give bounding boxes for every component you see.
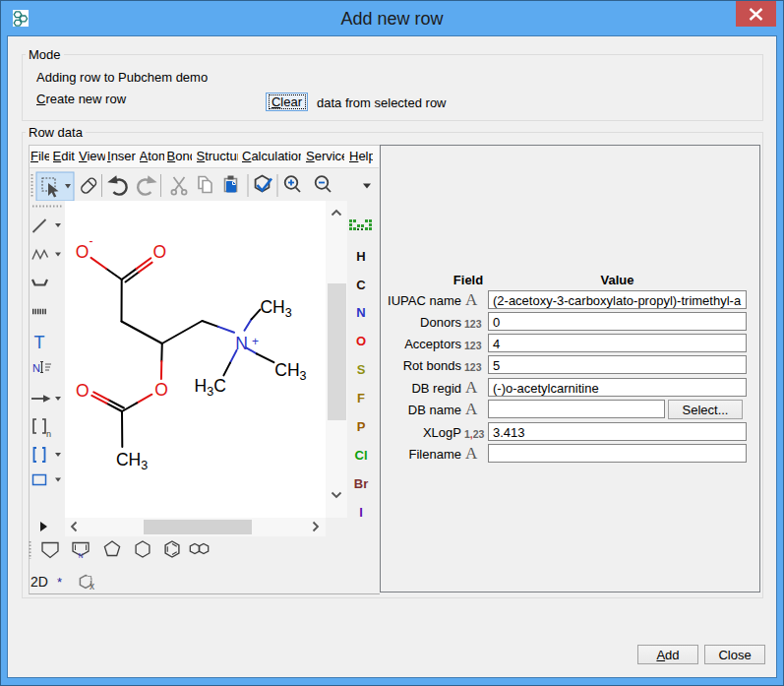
svg-text:N: N: [235, 334, 248, 353]
svg-text:O: O: [76, 242, 90, 262]
svg-text:CH3: CH3: [274, 360, 306, 383]
svg-text:O: O: [154, 380, 168, 400]
svg-text:x: x: [90, 581, 94, 592]
svg-text:CH3: CH3: [116, 450, 148, 472]
svg-text:n: n: [46, 429, 51, 439]
svg-text:N: N: [32, 362, 40, 374]
svg-text:O: O: [152, 242, 166, 262]
svg-text:O: O: [76, 381, 90, 401]
svg-text:+: +: [252, 335, 259, 348]
svg-text:-: -: [90, 234, 93, 248]
svg-text:H3C: H3C: [195, 376, 226, 399]
svg-text:T: T: [34, 333, 45, 352]
svg-text:N: N: [79, 552, 84, 559]
svg-text:CH3: CH3: [260, 297, 291, 320]
